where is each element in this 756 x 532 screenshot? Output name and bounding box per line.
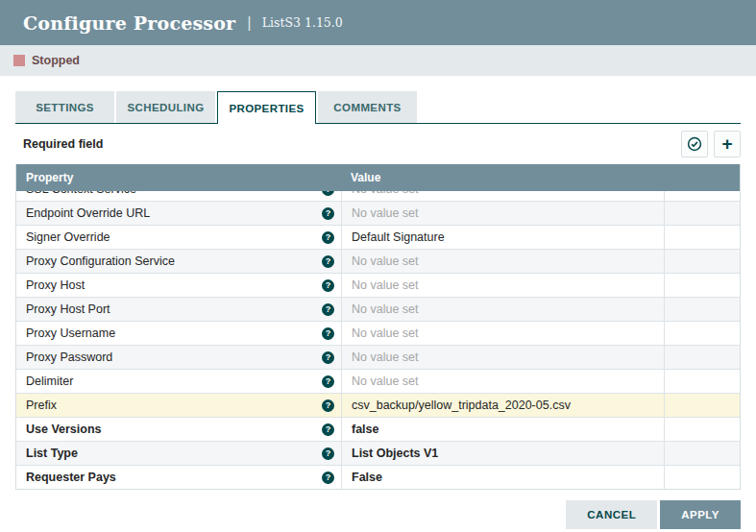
property-value-cell[interactable]: Default Signature xyxy=(341,226,664,249)
table-row: Prefix?csv_backup/yellow_tripdata_2020-0… xyxy=(16,393,740,417)
property-value-cell[interactable]: False xyxy=(341,466,664,489)
property-name-cell: Requester Pays? xyxy=(16,466,341,489)
property-name-cell: Proxy Host? xyxy=(16,274,341,297)
row-extra-cell xyxy=(664,250,740,273)
property-name-cell: Prefix? xyxy=(16,394,341,417)
dialog-title: Configure Processor xyxy=(23,12,235,34)
property-name-cell: Proxy Password? xyxy=(16,346,341,369)
table-row: Requester Pays?False xyxy=(16,465,740,489)
table-row: Signer Override?Default Signature xyxy=(16,225,740,249)
question-circle-icon[interactable]: ? xyxy=(322,351,334,364)
property-name-cell: Use Versions? xyxy=(16,418,341,441)
tab-settings[interactable]: SETTINGS xyxy=(15,91,114,123)
property-name-cell: List Type? xyxy=(16,442,341,465)
row-extra-cell xyxy=(664,394,740,417)
property-value-cell[interactable]: false xyxy=(341,418,664,441)
property-name: Proxy Host Port xyxy=(26,302,322,316)
question-circle-icon[interactable]: ? xyxy=(322,375,334,388)
verify-properties-button[interactable] xyxy=(681,131,708,157)
property-name: Prefix xyxy=(26,399,322,412)
check-circle-icon xyxy=(687,136,702,152)
table-row: Proxy Username?No value set xyxy=(16,321,740,345)
table-row: List Type?List Objects V1 xyxy=(16,441,740,465)
property-name: Proxy Password xyxy=(26,351,322,364)
apply-button[interactable]: APPLY xyxy=(660,500,741,529)
property-name: Requester Pays xyxy=(26,471,322,484)
processor-type-version: ListS3 1.15.0 xyxy=(262,15,343,30)
table-row: Proxy Host Port?No value set xyxy=(16,297,740,321)
table-row: Proxy Password?No value set xyxy=(16,345,740,369)
status-bar: Stopped xyxy=(0,45,756,76)
table-row: Proxy Host?No value set xyxy=(16,273,740,297)
dialog-footer: CANCEL APPLY xyxy=(566,500,741,529)
column-header-value: Value xyxy=(341,171,664,184)
question-circle-icon[interactable]: ? xyxy=(322,472,334,484)
required-field-label: Required field xyxy=(23,137,103,151)
row-extra-cell xyxy=(664,322,740,345)
property-value-cell[interactable]: No value set xyxy=(341,370,664,393)
property-name-cell: Delimiter? xyxy=(16,370,341,393)
row-extra-cell xyxy=(664,370,740,393)
question-circle-icon[interactable]: ? xyxy=(322,207,334,220)
property-name-cell: Proxy Username? xyxy=(16,322,341,345)
cancel-button[interactable]: CANCEL xyxy=(566,500,657,529)
property-value-cell[interactable]: No value set xyxy=(341,191,664,201)
row-extra-cell xyxy=(664,418,740,441)
question-circle-icon[interactable]: ? xyxy=(322,255,334,268)
property-name-cell: Signer Override? xyxy=(16,226,341,249)
question-circle-icon[interactable]: ? xyxy=(322,303,334,316)
tab-scheduling[interactable]: SCHEDULING xyxy=(116,91,215,123)
property-name: SSL Context Service xyxy=(26,191,322,196)
add-property-button[interactable]: + xyxy=(714,131,741,157)
table-row: Endpoint Override URL?No value set xyxy=(16,201,740,225)
row-extra-cell xyxy=(664,346,740,369)
question-circle-icon[interactable]: ? xyxy=(322,191,334,196)
property-value-cell[interactable]: No value set xyxy=(341,322,664,345)
question-circle-icon[interactable]: ? xyxy=(322,279,334,292)
tab-comments[interactable]: COMMENTS xyxy=(318,91,417,123)
property-value-cell[interactable]: No value set xyxy=(341,250,664,273)
question-circle-icon[interactable]: ? xyxy=(322,231,334,244)
property-name: Use Versions xyxy=(26,423,322,436)
table-row: SSL Context Service?No value set xyxy=(16,191,740,201)
properties-table: Property Value SSL Context Service?No va… xyxy=(15,164,741,490)
property-name: Signer Override xyxy=(26,230,322,244)
status-label: Stopped xyxy=(32,54,80,67)
property-value-cell[interactable]: csv_backup/yellow_tripdata_2020-05.csv xyxy=(341,394,664,417)
property-name: Endpoint Override URL xyxy=(26,206,322,220)
question-circle-icon[interactable]: ? xyxy=(322,327,334,340)
property-name-cell: Endpoint Override URL? xyxy=(16,202,341,225)
stopped-status-icon xyxy=(13,55,25,66)
row-extra-cell xyxy=(664,226,740,249)
property-name: Proxy Configuration Service xyxy=(26,254,322,268)
property-name-cell: SSL Context Service? xyxy=(16,191,341,201)
property-name: List Type xyxy=(26,447,322,460)
tab-bar: SETTINGS SCHEDULING PROPERTIES COMMENTS xyxy=(15,91,741,124)
property-name: Proxy Host xyxy=(26,278,322,292)
property-name-cell: Proxy Host Port? xyxy=(16,298,341,321)
row-extra-cell xyxy=(664,466,740,489)
plus-icon: + xyxy=(721,134,732,153)
property-value-cell[interactable]: No value set xyxy=(341,274,664,297)
question-circle-icon[interactable]: ? xyxy=(322,447,334,460)
table-row: Proxy Configuration Service?No value set xyxy=(16,249,740,273)
row-extra-cell xyxy=(664,202,740,225)
row-extra-cell xyxy=(664,442,740,465)
property-name: Proxy Username xyxy=(26,326,322,340)
property-value-cell[interactable]: No value set xyxy=(341,298,664,321)
title-separator: | xyxy=(247,13,251,33)
row-extra-cell xyxy=(664,298,740,321)
column-header-property: Property xyxy=(16,171,341,184)
table-row: Use Versions?false xyxy=(16,417,740,441)
property-value-cell[interactable]: List Objects V1 xyxy=(341,442,664,465)
question-circle-icon[interactable]: ? xyxy=(322,423,334,436)
dialog-header: Configure Processor | ListS3 1.15.0 xyxy=(0,0,756,45)
row-extra-cell xyxy=(664,274,740,297)
table-row: Delimiter?No value set xyxy=(16,369,740,393)
property-name: Delimiter xyxy=(26,375,322,388)
tab-properties[interactable]: PROPERTIES xyxy=(217,91,316,124)
property-value-cell[interactable]: No value set xyxy=(341,346,664,369)
property-value-cell[interactable]: No value set xyxy=(341,202,664,225)
question-circle-icon[interactable]: ? xyxy=(322,399,334,412)
table-header: Property Value xyxy=(16,164,740,191)
